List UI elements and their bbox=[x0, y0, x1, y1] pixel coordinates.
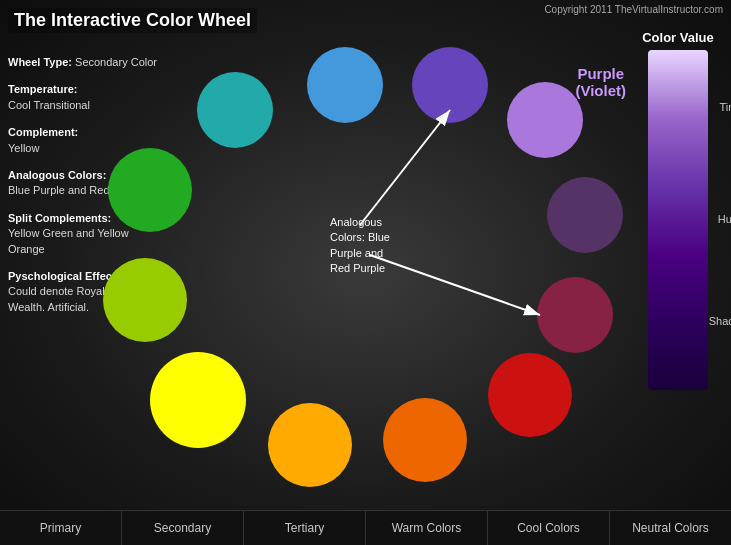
green-circle[interactable] bbox=[108, 148, 192, 232]
blue-circle[interactable] bbox=[307, 47, 383, 123]
bottom-navigation: Primary Secondary Tertiary Warm Colors C… bbox=[0, 510, 731, 545]
color-value-panel: Color Value Tints Hue Shades bbox=[633, 30, 723, 390]
nav-tertiary[interactable]: Tertiary bbox=[244, 511, 366, 545]
shades-label: Shades bbox=[709, 315, 731, 327]
nav-secondary[interactable]: Secondary bbox=[122, 511, 244, 545]
orange-circle[interactable] bbox=[383, 398, 467, 482]
hue-label: Hue bbox=[718, 213, 731, 225]
nav-primary[interactable]: Primary bbox=[0, 511, 122, 545]
nav-cool-colors[interactable]: Cool Colors bbox=[488, 511, 610, 545]
copyright-text: Copyright 2011 TheVirtualInstructor.com bbox=[544, 4, 723, 15]
yellow-green-circle[interactable] bbox=[103, 258, 187, 342]
purple-dark-circle[interactable] bbox=[547, 177, 623, 253]
analogous-center-label: AnalogousColors: BluePurple andRed Purpl… bbox=[330, 215, 435, 277]
arrow-blue-purple bbox=[360, 110, 450, 225]
color-bar: Tints Hue Shades bbox=[648, 50, 708, 390]
complement-value: Yellow bbox=[8, 142, 39, 154]
nav-warm-colors[interactable]: Warm Colors bbox=[366, 511, 488, 545]
yellow-orange-circle[interactable] bbox=[268, 403, 352, 487]
wheel-type-label: Wheel Type: bbox=[8, 56, 72, 68]
tints-label: Tints bbox=[720, 101, 731, 113]
temperature-label: Temperature: bbox=[8, 83, 77, 95]
blue-green-circle[interactable] bbox=[197, 72, 273, 148]
yellow-circle[interactable] bbox=[150, 352, 246, 448]
purple-tint-circle[interactable] bbox=[507, 82, 583, 158]
nav-neutral-colors[interactable]: Neutral Colors bbox=[610, 511, 731, 545]
red-circle[interactable] bbox=[488, 353, 572, 437]
red-purple-circle[interactable] bbox=[537, 277, 613, 353]
color-value-title: Color Value bbox=[633, 30, 723, 45]
temperature-value: Cool Transitional bbox=[8, 99, 90, 111]
complement-label: Complement: bbox=[8, 126, 78, 138]
